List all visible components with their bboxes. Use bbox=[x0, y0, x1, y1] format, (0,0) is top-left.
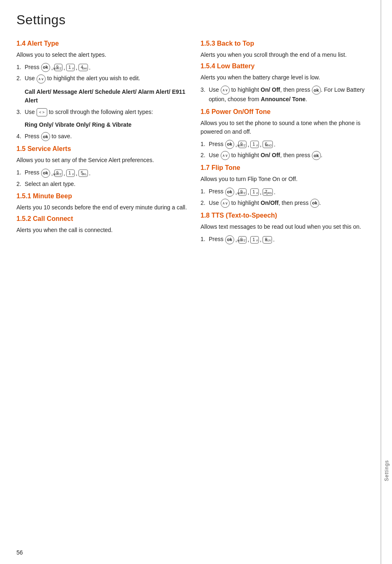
section-body-1-7: Allows you to turn Flip Tone On or Off. bbox=[201, 175, 372, 183]
ok-key: ok bbox=[41, 63, 50, 72]
nav-key: ∧∨ bbox=[221, 151, 230, 160]
step-num: 4. bbox=[16, 132, 21, 141]
steps-1-6: 1. Press ok , 9WXYZ , 1# , 6MNO . bbox=[201, 139, 372, 160]
section-body-1-5: Allows you to set any of the Service Ale… bbox=[16, 156, 188, 165]
key-group: ok , 9WXYZ , 1# , 8TUV . bbox=[225, 235, 275, 244]
section-title-1-4: 1.4 Alert Type bbox=[16, 40, 188, 47]
step-1-5-4-3: 3. Use ∧∨ to highlight On/ Off, then pre… bbox=[201, 85, 372, 104]
step-1-4-3: 3. Use < > to scroll through the followi… bbox=[16, 107, 188, 116]
page-container: Settings 1.4 Alert Type Allows you to se… bbox=[0, 0, 392, 564]
section-body-1-4: Allows you to select the alert types. bbox=[16, 51, 188, 59]
side-tab-label: Settings bbox=[384, 460, 390, 481]
ok-key: ok bbox=[41, 169, 50, 178]
8tuv-key: 8TUV bbox=[263, 236, 272, 244]
section-body-1-8: Allows text messages to be read out loud… bbox=[201, 223, 372, 231]
5jkl-key: 5JKL bbox=[78, 169, 88, 177]
step-num: 2. bbox=[16, 179, 21, 188]
section-title-1-5-1: 1.5.1 Minute Beep bbox=[16, 193, 188, 200]
ok-key: ok bbox=[225, 235, 234, 244]
9wxyz-key: 9WXYZ bbox=[54, 64, 62, 71]
key-group: ok , 9WXYZ , 1# , 7PQRS . bbox=[225, 188, 276, 197]
section-1-5: 1.5 Service Alerts Allows you to set any… bbox=[16, 145, 188, 188]
steps-1-4b: 3. Use < > to scroll through the followi… bbox=[16, 107, 188, 116]
nav-key: ∧∨ bbox=[221, 86, 230, 95]
4ghi-key: 4GHI bbox=[78, 64, 88, 71]
1-key: 1# bbox=[250, 141, 258, 148]
on-off-label: On/ Off bbox=[261, 152, 280, 158]
ok-key: ok bbox=[312, 151, 321, 160]
ok-key: ok bbox=[225, 188, 234, 197]
sub-heading-call-alert: Call Alert/ Message Alert/ Schedule Aler… bbox=[25, 88, 188, 105]
step-1-6-2: 2. Use ∧∨ to highlight On/ Off, then pre… bbox=[201, 151, 372, 160]
1-key: 1# bbox=[250, 188, 258, 196]
nav-key: ∧∨ bbox=[221, 199, 230, 208]
steps-1-8: 1. Press ok , 9WXYZ , 1# , 8TUV . bbox=[201, 234, 372, 244]
9wxyz-key: 9WXYZ bbox=[238, 141, 247, 148]
section-1-5-3: 1.5.3 Back to Top Alerts you when you sc… bbox=[201, 40, 372, 59]
step-num: 1. bbox=[201, 187, 205, 196]
section-1-7: 1.7 Flip Tone Allows you to turn Flip To… bbox=[201, 164, 372, 208]
page-title: Settings bbox=[16, 12, 372, 28]
section-body-1-5-4: Alerts you when the battery charge level… bbox=[201, 73, 372, 82]
step-num: 1. bbox=[201, 234, 205, 244]
step-num: 1. bbox=[16, 168, 21, 177]
ok-key: ok bbox=[225, 140, 234, 149]
9wxyz-key: 9WXYZ bbox=[238, 188, 247, 196]
step-1-4-1: 1. Press ok , 9WXYZ , 1# , 4GHI . bbox=[16, 63, 188, 72]
1-key: 1# bbox=[250, 236, 258, 244]
key-group: ok , 9WXYZ , 1# , 4GHI . bbox=[41, 63, 91, 72]
left-column: 1.4 Alert Type Allows you to select the … bbox=[16, 40, 188, 248]
key-group: ok , 9WXYZ , 1# , 5JKL . bbox=[41, 169, 91, 178]
announce-tone: Announce/ Tone bbox=[261, 96, 306, 102]
step-1-7-1: 1. Press ok , 9WXYZ , 1# , 7PQRS . bbox=[201, 187, 372, 196]
sub-heading-ring: Ring Only/ Vibrate Only/ Ring & Vibrate bbox=[25, 121, 188, 129]
step-num: 2. bbox=[201, 198, 205, 207]
on-off-label: On/Off bbox=[261, 200, 279, 206]
section-body-1-6: Allows you to set the phone to sound a t… bbox=[201, 119, 372, 136]
step-1-8-1: 1. Press ok , 9WXYZ , 1# , 8TUV . bbox=[201, 234, 372, 244]
steps-1-7: 1. Press ok , 9WXYZ , 1# , 7PQRS . bbox=[201, 187, 372, 208]
side-tab: Settings bbox=[380, 0, 392, 564]
1-key: 1# bbox=[66, 64, 74, 71]
step-num: 2. bbox=[16, 74, 21, 83]
6mno-key: 6MNO bbox=[263, 141, 272, 148]
right-column: 1.5.3 Back to Top Alerts you when you sc… bbox=[201, 40, 372, 248]
step-num: 3. bbox=[201, 85, 205, 94]
section-1-5-1: 1.5.1 Minute Beep Alerts you 10 seconds … bbox=[16, 193, 188, 212]
section-title-1-5-2: 1.5.2 Call Connect bbox=[16, 215, 188, 223]
section-1-5-2: 1.5.2 Call Connect Alerts you when the c… bbox=[16, 215, 188, 234]
ok-key: ok bbox=[41, 132, 50, 141]
step-num: 1. bbox=[16, 63, 21, 72]
steps-1-5-4: 3. Use ∧∨ to highlight On/ Off, then pre… bbox=[201, 85, 372, 104]
page-number: 56 bbox=[16, 549, 23, 556]
section-1-6: 1.6 Power On/Off Tone Allows you to set … bbox=[201, 108, 372, 160]
section-1-8: 1.8 TTS (Text-to-Speech) Allows text mes… bbox=[201, 212, 372, 244]
steps-1-4: 1. Press ok , 9WXYZ , 1# , 4GHI . bbox=[16, 63, 188, 84]
1-key: 1# bbox=[66, 169, 74, 177]
step-num: 1. bbox=[201, 139, 205, 149]
step-1-7-2: 2. Use ∧∨ to highlight On/Off, then pres… bbox=[201, 198, 372, 208]
step-num: 3. bbox=[16, 107, 21, 116]
two-col-layout: 1.4 Alert Type Allows you to select the … bbox=[16, 40, 372, 248]
key-group: ok , 9WXYZ , 1# , 6MNO . bbox=[225, 140, 276, 149]
steps-1-4c: 4. Press ok to save. bbox=[16, 132, 188, 141]
ok-key: ok bbox=[312, 86, 321, 95]
main-content: Settings 1.4 Alert Type Allows you to se… bbox=[0, 0, 380, 564]
section-body-1-5-2: Alerts you when the call is connected. bbox=[16, 226, 188, 234]
section-title-1-5-3: 1.5.3 Back to Top bbox=[201, 40, 372, 47]
step-1-4-2: 2. Use ∧∨ to highlight the alert you wis… bbox=[16, 74, 188, 83]
step-1-5-1: 1. Press ok , 9WXYZ , 1# , 5JKL . bbox=[16, 168, 188, 177]
step-1-6-1: 1. Press ok , 9WXYZ , 1# , 6MNO . bbox=[201, 139, 372, 149]
step-num: 2. bbox=[201, 151, 205, 160]
section-1-5-4: 1.5.4 Low Battery Alerts you when the ba… bbox=[201, 63, 372, 104]
section-title-1-5-4: 1.5.4 Low Battery bbox=[201, 63, 372, 70]
nav-key: ∧∨ bbox=[37, 74, 46, 84]
steps-1-5: 1. Press ok , 9WXYZ , 1# , 5JKL . bbox=[16, 168, 188, 188]
7pqrs-key: 7PQRS bbox=[263, 188, 272, 196]
ok-key: ok bbox=[310, 199, 319, 208]
9wxyz-key: 9WXYZ bbox=[54, 169, 62, 177]
section-title-1-7: 1.7 Flip Tone bbox=[201, 164, 372, 172]
section-body-1-5-1: Alerts you 10 seconds before the end of … bbox=[16, 203, 188, 212]
9wxyz-key: 9WXYZ bbox=[238, 236, 247, 244]
section-title-1-6: 1.6 Power On/Off Tone bbox=[201, 108, 372, 116]
